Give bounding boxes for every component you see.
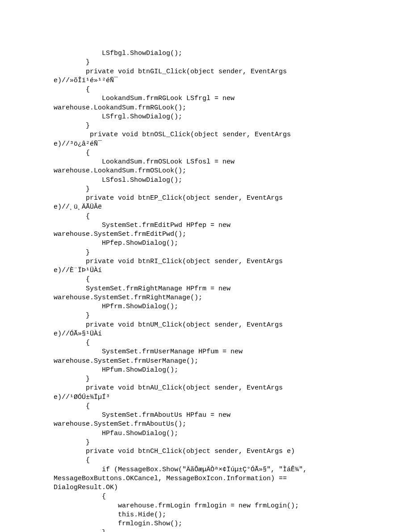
document-page: LSfbgl.ShowDialog(); } private void btnG… — [0, 0, 411, 532]
code-block: LSfbgl.ShowDialog(); } private void btnG… — [54, 49, 362, 532]
